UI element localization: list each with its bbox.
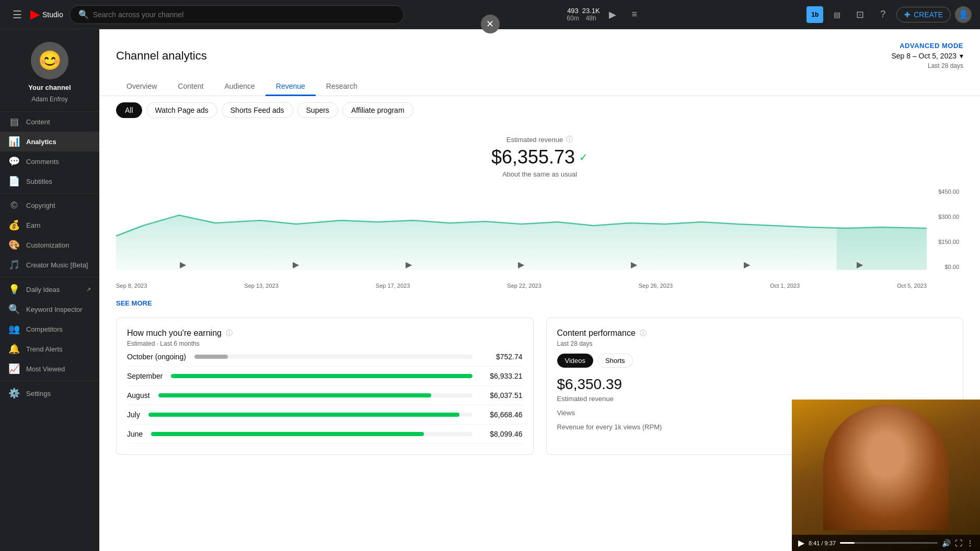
video-marker-1[interactable]: ▶ <box>180 260 186 269</box>
sidebar-item-earn[interactable]: 💰 Earn <box>0 215 99 235</box>
channel-avatar[interactable]: 😊 <box>31 42 68 79</box>
x-label-3: Sep 17, 2023 <box>376 283 410 289</box>
create-plus-icon: ✚ <box>904 10 910 19</box>
x-label-2: Sep 13, 2023 <box>244 283 278 289</box>
subtitles-icon[interactable]: ⊡ <box>850 5 869 24</box>
date-range-selector[interactable]: Sep 8 – Oct 5, 2023 ▾ <box>891 52 963 60</box>
earnings-row-june: June $8,099.46 <box>127 425 523 444</box>
yt-icon[interactable]: ▶ <box>603 5 622 24</box>
help-icon[interactable]: ? <box>873 5 892 24</box>
earnings-bar-july-wrap <box>148 413 472 417</box>
sub-tab-all[interactable]: All <box>116 102 142 118</box>
revenue-header: Estimated revenue ⓘ $6,355.73 ✓ About th… <box>116 126 963 182</box>
video-marker-2[interactable]: ▶ <box>293 260 299 269</box>
sub-tab-shorts-feed-ads[interactable]: Shorts Feed ads <box>222 102 293 118</box>
cp-stat-revenue: $6,350.39 Estimated revenue <box>557 376 953 403</box>
advanced-mode-button[interactable]: ADVANCED MODE <box>900 42 963 50</box>
sidebar-item-label: Creator Music [Beta] <box>26 261 88 269</box>
content-performance-info-icon[interactable]: ⓘ <box>640 329 647 338</box>
subscribers-label: 48h <box>586 15 596 22</box>
earnings-bar-june-wrap <box>151 432 472 436</box>
earnings-row-august: August $6,037.51 <box>127 386 523 405</box>
trend-alerts-icon: 🔔 <box>8 343 20 355</box>
sidebar-item-customization[interactable]: 🎨 Customization <box>0 235 99 255</box>
volume-icon[interactable]: 🔊 <box>942 539 951 547</box>
cp-tab-videos[interactable]: Videos <box>557 354 594 368</box>
tab-content[interactable]: Content <box>167 78 214 96</box>
sub-tabs: All Watch Page ads Shorts Feed ads Super… <box>99 96 980 118</box>
chart-wrapper: ▶ ▶ ▶ ▶ ▶ ▶ ▶ $450.00 $300.00 $150 <box>116 186 963 280</box>
video-marker-3[interactable]: ▶ <box>406 260 412 269</box>
cp-rpm-label: Revenue for every 1k views (RPM) <box>557 423 662 431</box>
fullscreen-icon[interactable]: ⛶ <box>955 539 962 547</box>
video-marker-4[interactable]: ▶ <box>518 260 524 269</box>
sidebar-item-content[interactable]: ▤ Content <box>0 112 99 132</box>
earnings-bar-august <box>158 393 432 397</box>
sidebar-item-subtitles[interactable]: 📄 Subtitles <box>0 171 99 191</box>
sub-tab-supers[interactable]: Supers <box>297 102 338 118</box>
earnings-title: How much you're earning ⓘ <box>127 329 523 338</box>
tab-audience[interactable]: Audience <box>214 78 265 96</box>
see-more-button[interactable]: SEE MORE <box>116 293 152 313</box>
revenue-info-icon[interactable]: ⓘ <box>566 135 573 144</box>
sidebar-item-copyright[interactable]: © Copyright <box>0 196 99 215</box>
earnings-month-july: July <box>127 411 140 419</box>
earnings-info-icon[interactable]: ⓘ <box>226 329 233 338</box>
sidebar-item-analytics[interactable]: 📊 Analytics <box>0 132 99 151</box>
sidebar-item-label: Most Viewed <box>26 365 65 373</box>
content-area: Channel analytics ADVANCED MODE Sep 8 – … <box>99 29 980 551</box>
search-bar[interactable]: 🔍 <box>70 5 404 24</box>
earnings-month-october: October (ongoing) <box>127 353 186 361</box>
video-marker-5[interactable]: ▶ <box>631 260 637 269</box>
sub-tab-watch-page-ads[interactable]: Watch Page ads <box>146 102 217 118</box>
more-options-icon[interactable]: ⋮ <box>966 539 974 547</box>
list-icon[interactable]: ≡ <box>625 5 644 24</box>
hamburger-icon[interactable]: ☰ <box>8 4 26 25</box>
sidebar-item-label: Daily Ideas <box>26 286 60 294</box>
sidebar-item-label: Settings <box>26 390 51 397</box>
tab-research[interactable]: Research <box>316 78 368 96</box>
sidebar-item-most-viewed[interactable]: 📈 Most Viewed <box>0 359 99 379</box>
earnings-amount-august: $6,037.51 <box>481 391 523 400</box>
tab-overview[interactable]: Overview <box>116 78 167 96</box>
views-label: 60m <box>567 15 579 22</box>
sidebar-item-trend-alerts[interactable]: 🔔 Trend Alerts <box>0 339 99 359</box>
create-button[interactable]: ✚ CREATE <box>896 7 951 22</box>
sidebar-item-competitors[interactable]: 👥 Competitors <box>0 319 99 339</box>
account-icon[interactable]: ▤ <box>827 5 846 24</box>
user-avatar[interactable]: 👤 <box>955 6 972 23</box>
video-marker-7[interactable]: ▶ <box>857 260 863 269</box>
close-button[interactable]: ✕ <box>481 15 500 33</box>
channel-icon-btn[interactable]: 1b <box>806 6 823 23</box>
content-performance-title: Content performance ⓘ <box>557 329 953 338</box>
earnings-row-september: September $6,933.21 <box>127 367 523 386</box>
sub-tab-affiliate-program[interactable]: Affiliate program <box>342 102 413 118</box>
youtube-logo-icon: ▶ <box>30 8 38 21</box>
video-progress-bar[interactable] <box>840 542 938 544</box>
sidebar-item-daily-ideas[interactable]: 💡 Daily Ideas ↗ <box>0 279 99 299</box>
earnings-amount-september: $6,933.21 <box>481 372 523 380</box>
search-input[interactable] <box>93 10 395 19</box>
tab-revenue[interactable]: Revenue <box>266 78 316 96</box>
views-value: 493 <box>567 7 579 15</box>
earnings-card: How much you're earning ⓘ Estimated · La… <box>116 318 534 455</box>
revenue-status: About the same as usual <box>116 170 963 178</box>
revenue-value: $6,355.73 <box>491 146 575 168</box>
video-markers-row: ▶ ▶ ▶ ▶ ▶ ▶ ▶ <box>116 260 927 269</box>
views-stat: 493 60m <box>567 7 579 22</box>
video-marker-6[interactable]: ▶ <box>744 260 750 269</box>
sidebar-item-label: Comments <box>26 158 59 166</box>
page-title: Channel analytics <box>116 49 207 63</box>
sidebar-item-keyword-inspector[interactable]: 🔍 Keyword Inspector <box>0 299 99 319</box>
chart-x-axis: Sep 8, 2023 Sep 13, 2023 Sep 17, 2023 Se… <box>116 280 963 289</box>
sidebar-item-comments[interactable]: 💬 Comments <box>0 151 99 171</box>
sidebar-item-settings[interactable]: ⚙️ Settings <box>0 383 99 403</box>
cp-tab-shorts[interactable]: Shorts <box>597 354 633 368</box>
sidebar-divider-2 <box>0 277 99 277</box>
person-silhouette <box>823 405 949 530</box>
comments-icon: 💬 <box>8 156 20 167</box>
play-button[interactable]: ▶ <box>798 538 804 548</box>
revenue-section: Estimated revenue ⓘ $6,355.73 ✓ About th… <box>99 118 980 318</box>
topbar-stats: 493 60m 23.1K 48h ▶ ≡ <box>567 5 643 24</box>
sidebar-item-creator-music[interactable]: 🎵 Creator Music [Beta] <box>0 255 99 275</box>
